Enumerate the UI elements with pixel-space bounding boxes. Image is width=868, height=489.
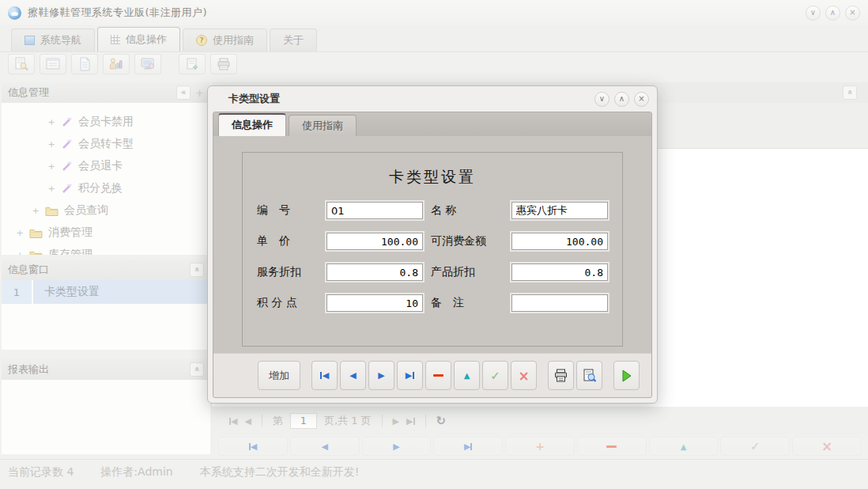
wand-icon [61,139,73,150]
tree-item-inventory-management[interactable]: + 库存管理 [2,244,210,255]
add-record-button[interactable] [179,54,206,74]
nav-last-button[interactable]: ▶ [397,361,423,390]
maximize-button[interactable]: ∧ [825,6,840,21]
run-button[interactable] [613,361,640,390]
record-first-button[interactable]: ◀ [218,437,288,456]
refresh-icon[interactable]: ↻ [436,414,447,428]
dialog-window-controls: ∨ ∧ × [594,92,649,107]
expand-icon[interactable]: + [16,228,24,238]
bar-icon [413,418,415,425]
points-input[interactable] [326,294,423,312]
expand-icon[interactable]: + [47,117,55,127]
record-insert-button[interactable]: + [505,437,575,456]
dialog-maximize-button[interactable]: ∧ [614,92,629,107]
dialog-close-button[interactable]: × [634,92,649,107]
nav-first-button[interactable]: ◀ [311,361,338,390]
close-button[interactable]: × [845,6,860,21]
tree-item-consumption-management[interactable]: + 消费管理 [2,222,210,244]
tree-item-label: 积分兑换 [78,181,123,195]
field-label-remark: 备 注 [431,296,504,310]
record-delete-button[interactable] [577,437,647,456]
expand-icon[interactable]: + [32,206,40,216]
card-type-settings-dialog: 卡类型设置 ∨ ∧ × 信息操作 使用指南 卡类型设置 编 号 名 称 单 价 … [207,85,658,404]
record-previous-button[interactable]: ◀ [290,437,360,456]
expand-icon[interactable]: + [47,184,55,194]
folder-icon [45,206,58,216]
post-button[interactable]: ✓ [482,361,508,390]
record-navigator: ◀ ◀ ▶ ▶ + ▲ ✓ × [212,435,868,459]
separator [262,415,262,427]
info-window-row-card-type[interactable]: 1 卡类型设置 [2,280,210,304]
record-cancel-button[interactable]: × [792,437,862,456]
document-search-button[interactable] [8,54,35,74]
next-page-button[interactable]: ▶ [393,417,399,426]
card-type-form: 卡类型设置 编 号 名 称 单 价 可消费金额 服务折扣 产品折扣 积 分 点 [242,152,623,347]
service-discount-input[interactable] [326,263,423,281]
first-page-button[interactable]: ◀ [229,417,237,426]
tab-information-operation[interactable]: 信息操作 [97,27,180,51]
info-window-title: 信息窗口 [8,263,190,277]
expand-icon[interactable]: + [47,139,55,150]
dialog-tab-information-operation[interactable]: 信息操作 [218,113,286,136]
record-post-button[interactable]: ✓ [720,437,790,456]
form-view-button[interactable] [40,54,66,74]
dialog-minimize-button[interactable]: ∨ [594,92,609,107]
add-button[interactable]: 增加 [258,361,300,390]
remark-input[interactable] [511,294,608,312]
nav-next-button[interactable]: ▶ [368,361,394,390]
page-suffix-label: 页,共 1 页 [324,414,372,428]
printer-button[interactable] [210,54,237,74]
expand-icon[interactable]: + [47,161,55,172]
document-button[interactable] [71,54,98,74]
tree-item-member-card-return[interactable]: + 会员退卡 [2,155,210,177]
tree-item-member-card-disable[interactable]: + 会员卡禁用 [2,111,210,133]
tab-about[interactable]: 关于 [270,28,317,51]
chevrons-left-icon: « [181,87,187,97]
print-button[interactable] [548,361,574,390]
unit-price-input[interactable] [326,233,423,250]
arrow-right-icon: ▶ [378,371,384,380]
tree-item-member-card-transfer[interactable]: + 会员转卡型 [2,133,210,155]
spendable-amount-input[interactable] [511,233,608,250]
chevron-down-icon: ∨ [599,94,605,103]
field-label-name: 名 称 [431,203,504,218]
system-message: 本系统支持二次开发和全新开发! [200,465,360,480]
last-page-button[interactable]: ▶ [406,417,414,426]
edit-button[interactable]: ▲ [454,361,480,390]
field-label-service-discount: 服务折扣 [257,265,319,279]
record-last-button[interactable]: ▶ [433,437,503,456]
tree-item-points-exchange[interactable]: + 积分兑换 [2,177,210,199]
expand-icon[interactable]: + [16,250,24,256]
monitor-button[interactable] [134,54,161,74]
minimize-button[interactable]: ∨ [806,6,821,21]
cancel-button[interactable]: × [511,361,537,390]
add-button-label: 增加 [269,369,289,383]
previous-page-button[interactable]: ◀ [244,417,251,426]
record-next-button[interactable]: ▶ [362,437,432,456]
member-report-button[interactable] [103,54,130,74]
collapse-info-window-button[interactable]: « [190,263,204,277]
dialog-tab-user-guide[interactable]: 使用指南 [289,115,357,136]
record-edit-button[interactable]: ▲ [649,437,719,456]
arrow-left-icon: ◀ [244,417,251,426]
collapse-main-panel-button[interactable]: « [843,85,857,100]
print-preview-button[interactable] [576,361,602,390]
tab-label: 信息操作 [232,119,273,131]
delete-button[interactable] [425,361,451,390]
tab-user-guide[interactable]: ? 使用指南 [183,28,267,51]
wand-icon [61,184,73,194]
tree-item-member-query[interactable]: + 会员查询 [2,199,210,222]
collapse-sidebar-button[interactable]: « [176,85,191,100]
product-discount-input[interactable] [511,263,608,281]
field-label-spendable-amount: 可消费金额 [431,234,504,248]
name-input[interactable] [511,202,608,219]
chevrons-up-icon: « [191,267,202,272]
add-icon[interactable]: + [195,87,204,99]
page-number-input[interactable] [290,413,317,429]
field-label-code: 编 号 [257,203,319,218]
nav-previous-button[interactable]: ◀ [340,361,366,390]
collapse-report-output-button[interactable]: « [190,362,204,377]
code-input[interactable] [326,202,423,219]
tab-system-navigation[interactable]: 系统导航 [11,28,95,51]
main-tabbar: 系统导航 信息操作 ? 使用指南 关于 [0,25,868,52]
